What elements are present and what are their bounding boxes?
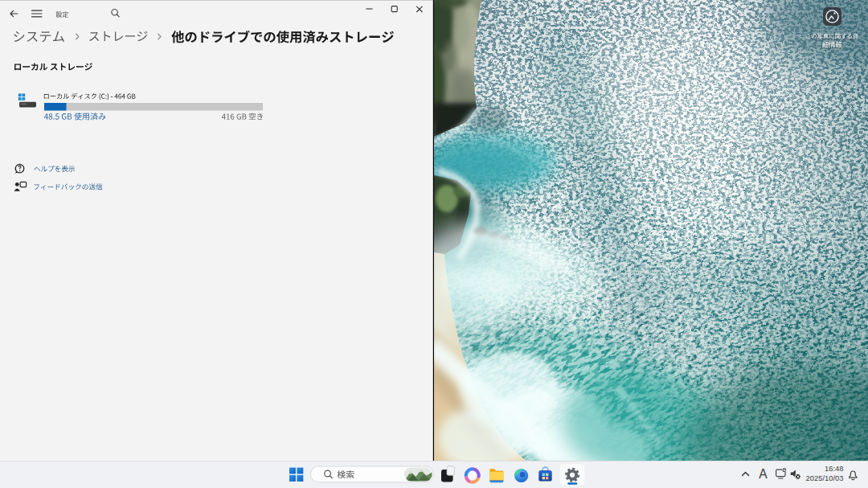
- svg-text:2025/10/03: 2025/10/03: [806, 474, 844, 482]
- svg-text:16:48: 16:48: [825, 464, 843, 473]
- svg-text:A: A: [759, 467, 768, 481]
